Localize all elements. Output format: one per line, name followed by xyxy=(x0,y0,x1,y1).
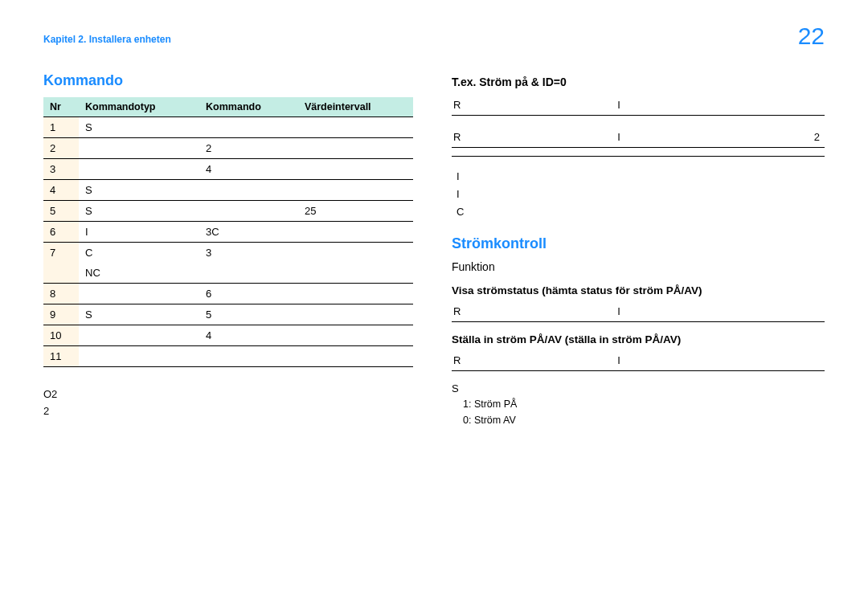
kv-table-2: RI2 xyxy=(452,127,825,157)
page-number: 22 xyxy=(798,22,825,50)
s-block: S 1: Ström PÅ 0: Ström AV xyxy=(452,382,825,428)
table-row: 1S xyxy=(43,117,413,138)
table-row: 9S5 xyxy=(43,304,413,325)
table-row: 5S25 xyxy=(43,201,413,222)
table-row: 34 xyxy=(43,159,413,180)
s-item: 1: Ström PÅ xyxy=(463,396,825,412)
col-cmd: Kommando xyxy=(199,97,298,117)
table-row: NC xyxy=(43,263,413,284)
example-title: T.ex. Ström på & ID=0 xyxy=(452,76,825,88)
section-kommando: Kommando xyxy=(43,72,413,89)
table-row: 22 xyxy=(43,138,413,159)
footnote: O2 2 xyxy=(43,386,413,420)
function-label: Funktion xyxy=(452,260,825,273)
list-item: I xyxy=(457,168,825,186)
footnote-line: O2 xyxy=(43,386,413,403)
kv-table-4: RI xyxy=(452,350,825,371)
command-table: Nr Kommandotyp Kommando Värdeintervall 1… xyxy=(43,97,413,367)
s-label: S xyxy=(452,382,825,394)
visa-line: Visa strömstatus (hämta status för ström… xyxy=(452,284,825,296)
breadcrumb: Kapitel 2. Installera enheten xyxy=(43,34,171,45)
table-row: 104 xyxy=(43,325,413,346)
table-row: 11 xyxy=(43,346,413,367)
table-row: 86 xyxy=(43,284,413,304)
col-nr: Nr xyxy=(43,97,79,117)
section-stromkontroll: Strömkontroll xyxy=(452,235,825,252)
table-row: 7C3 xyxy=(43,243,413,264)
col-range: Värdeintervall xyxy=(298,97,413,117)
col-typ: Kommandotyp xyxy=(79,97,199,117)
list-item: C xyxy=(457,203,825,221)
kv-table-1: RI xyxy=(452,95,825,116)
list-block: I I C xyxy=(452,168,825,221)
stalla-line: Ställa in ström PÅ/AV (ställa in ström P… xyxy=(452,333,825,345)
table-row: 6I3C xyxy=(43,222,413,243)
s-item: 0: Ström AV xyxy=(463,412,825,428)
list-item: I xyxy=(457,186,825,203)
table-row: 4S xyxy=(43,180,413,201)
footnote-line: 2 xyxy=(43,403,413,420)
kv-table-3: RI xyxy=(452,301,825,322)
